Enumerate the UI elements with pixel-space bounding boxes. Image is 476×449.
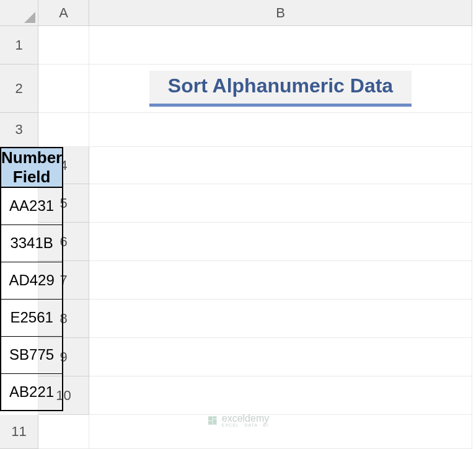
row-header-1[interactable]: 1: [0, 26, 38, 64]
row-header-11[interactable]: 11: [0, 415, 38, 449]
cell-b1[interactable]: [89, 26, 472, 64]
table-cell[interactable]: AA231: [1, 187, 63, 225]
table-cell[interactable]: SB775: [1, 336, 63, 373]
table-row: AD429: [1, 262, 63, 299]
cell-a7[interactable]: [89, 261, 472, 300]
table-cell[interactable]: E2561: [1, 299, 63, 336]
table-row: 3341B: [1, 225, 63, 262]
table-cell[interactable]: AB221: [1, 373, 63, 411]
table-header[interactable]: Number Field: [1, 148, 63, 187]
column-header-b[interactable]: B: [89, 0, 472, 26]
table-cell[interactable]: 3341B: [1, 225, 63, 262]
watermark-name: exceldemy: [222, 413, 269, 424]
logo-icon: [207, 415, 218, 426]
cell-a8[interactable]: [89, 300, 472, 338]
cell-a6[interactable]: [89, 223, 472, 261]
column-header-a[interactable]: A: [38, 0, 89, 26]
table-row: AB221: [1, 373, 63, 411]
cell-b11[interactable]: [89, 415, 472, 449]
cell-a11[interactable]: [38, 415, 89, 449]
table-row: SB775: [1, 336, 63, 373]
cell-a5[interactable]: [89, 184, 472, 223]
watermark: exceldemy EXCEL · DATA · BI: [207, 413, 269, 427]
table-row: E2561: [1, 299, 63, 336]
cell-a2[interactable]: [38, 64, 89, 113]
cell-b3[interactable]: [89, 113, 472, 147]
select-all-corner[interactable]: [0, 0, 38, 26]
page-title: Sort Alphanumeric Data: [149, 71, 412, 107]
table-row: AA231: [1, 187, 63, 225]
cell-a4[interactable]: [89, 147, 472, 184]
table-cell[interactable]: AD429: [1, 262, 63, 299]
cell-b2[interactable]: Sort Alphanumeric Data: [89, 64, 472, 113]
row-header-3[interactable]: 3: [0, 113, 38, 147]
cell-a10[interactable]: [89, 376, 472, 415]
spreadsheet-grid: A B 1 2 Sort Alphanumeric Data 3 4 Numbe…: [0, 0, 476, 449]
cell-b4[interactable]: Number Field AA2313341BAD429E2561SB775AB…: [0, 147, 38, 415]
data-table: Number Field AA2313341BAD429E2561SB775AB…: [0, 147, 63, 411]
cell-a9[interactable]: [89, 338, 472, 376]
cell-a3[interactable]: [38, 113, 89, 147]
table-body: AA2313341BAD429E2561SB775AB221: [1, 187, 63, 411]
watermark-tagline: EXCEL · DATA · BI: [222, 423, 269, 427]
cell-a1[interactable]: [38, 26, 89, 64]
row-header-2[interactable]: 2: [0, 64, 38, 113]
